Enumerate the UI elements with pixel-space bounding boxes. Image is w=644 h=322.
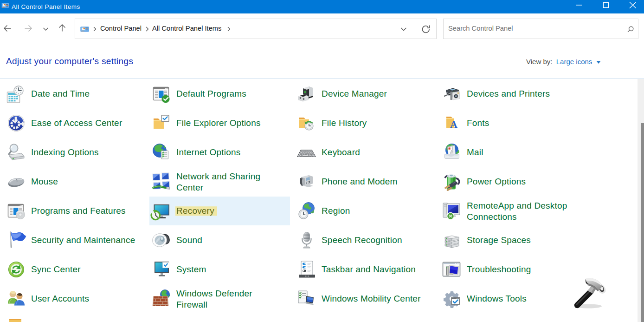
svg-text:A: A: [450, 118, 457, 130]
